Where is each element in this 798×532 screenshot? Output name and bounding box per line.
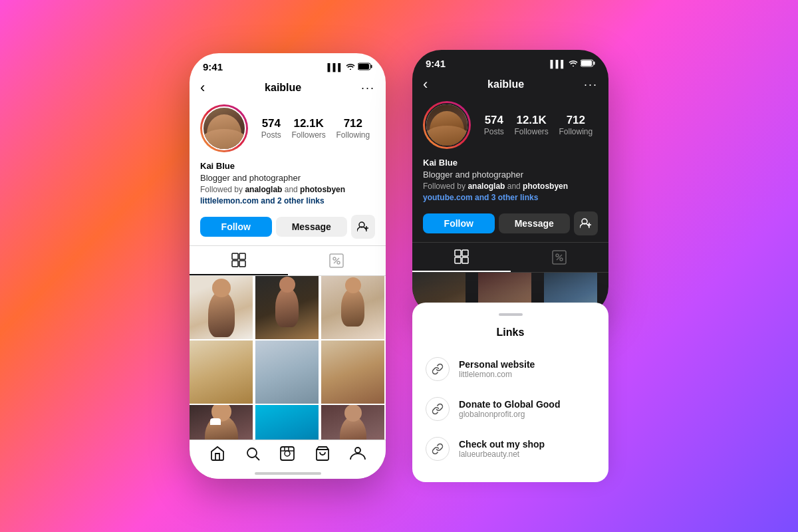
avatar-ring-left bbox=[200, 104, 248, 152]
photo-cell-6[interactable] bbox=[321, 340, 384, 404]
message-button-left[interactable]: Message bbox=[276, 217, 348, 237]
photo-cell-5[interactable] bbox=[255, 340, 319, 404]
home-nav-icon[interactable] bbox=[209, 446, 225, 466]
more-button-left[interactable]: ··· bbox=[361, 81, 375, 95]
svg-rect-2 bbox=[358, 64, 369, 69]
message-button-right[interactable]: Message bbox=[499, 213, 571, 233]
link-url-2: lalueurbeauty.net bbox=[459, 450, 545, 459]
links-sheet: Links Personal website littlelemon.com D… bbox=[412, 303, 608, 482]
bio-left: Kai Blue Blogger and photographer Follow… bbox=[190, 159, 386, 212]
link-url-0: littlelemon.com bbox=[459, 370, 535, 379]
bio-links-left[interactable]: littlelemon.com and 2 other links bbox=[200, 196, 375, 207]
svg-rect-9 bbox=[239, 261, 245, 267]
posts-stat-right: 574 Posts bbox=[484, 114, 504, 136]
svg-rect-6 bbox=[232, 253, 238, 259]
posts-count-right: 574 bbox=[484, 114, 504, 127]
photo-cell-3[interactable] bbox=[321, 276, 384, 339]
svg-rect-31 bbox=[455, 257, 461, 263]
signal-icon: ▌▌▌ bbox=[328, 63, 343, 71]
followed-by-right: Followed by analoglab and photosbyen bbox=[423, 181, 598, 192]
link-text-1: Donate to Global Good globalnonprofit.or… bbox=[459, 399, 560, 419]
status-icons-left: ▌▌▌ bbox=[328, 63, 372, 72]
svg-rect-1 bbox=[371, 65, 372, 68]
follow-button-right[interactable]: Follow bbox=[423, 213, 495, 233]
followers-count-right: 12.1K bbox=[514, 114, 548, 127]
follow-button-left[interactable]: Follow bbox=[200, 217, 272, 237]
followed-account1-left[interactable]: analoglab bbox=[245, 185, 282, 194]
svg-point-17 bbox=[285, 451, 290, 456]
photo-cell-1[interactable] bbox=[190, 276, 253, 339]
status-icons-right: ▌▌▌ bbox=[551, 59, 595, 68]
posts-label: Posts bbox=[261, 130, 281, 140]
back-button-right[interactable]: ‹ bbox=[423, 76, 428, 93]
svg-rect-24 bbox=[594, 61, 595, 65]
link-url-1: globalnonprofit.org bbox=[459, 410, 560, 419]
link-icon-0 bbox=[426, 357, 450, 381]
tab-grid-left[interactable] bbox=[190, 246, 288, 275]
profile-nav-icon[interactable] bbox=[350, 446, 366, 466]
followed-by-left: Followed by analoglab and photosbyen bbox=[200, 184, 375, 196]
status-bar-right: 9:41 ▌▌▌ bbox=[412, 50, 608, 73]
reels-nav-icon[interactable] bbox=[279, 446, 295, 466]
link-text-0: Personal website littlelemon.com bbox=[459, 359, 535, 379]
time-right: 9:41 bbox=[426, 58, 446, 69]
followers-label-right: Followers bbox=[514, 127, 548, 136]
stats-left: 574 Posts 12.1K Followers 712 Following bbox=[256, 117, 375, 140]
svg-rect-25 bbox=[581, 61, 592, 66]
tab-tagged-left[interactable] bbox=[288, 246, 386, 275]
following-stat: 712 Following bbox=[336, 117, 370, 140]
profile-desc-left: Blogger and photographer bbox=[200, 172, 375, 184]
posts-label-right: Posts bbox=[484, 127, 504, 136]
profile-header-right: 574 Posts 12.1K Followers 712 Following bbox=[412, 98, 608, 156]
top-nav-left: ‹ kaiblue ··· bbox=[190, 76, 386, 102]
link-item-0[interactable]: Personal website littlelemon.com bbox=[412, 349, 608, 389]
profile-desc-right: Blogger and photographer bbox=[423, 169, 598, 181]
link-text-2: Check out my shop lalueurbeauty.net bbox=[459, 439, 545, 459]
home-indicator-left bbox=[255, 472, 321, 475]
action-buttons-right: Follow Message bbox=[412, 209, 608, 242]
tab-grid-right[interactable] bbox=[412, 243, 511, 272]
tab-tagged-right[interactable] bbox=[511, 243, 609, 272]
followed-account2-right[interactable]: photosbyen bbox=[523, 182, 568, 191]
following-label: Following bbox=[336, 130, 370, 140]
following-count-right: 712 bbox=[559, 114, 593, 127]
wifi-icon-right bbox=[569, 60, 578, 68]
bio-links-right[interactable]: youtube.com and 3 other links bbox=[423, 192, 598, 203]
status-bar-left: 9:41 ▌▌▌ bbox=[190, 53, 386, 76]
following-count: 712 bbox=[336, 117, 370, 130]
profile-name-left: Kai Blue bbox=[200, 160, 375, 172]
svg-rect-29 bbox=[455, 250, 461, 256]
photo-cell-2[interactable] bbox=[255, 276, 319, 339]
followers-stat: 12.1K Followers bbox=[291, 117, 325, 140]
back-button-left[interactable]: ‹ bbox=[200, 79, 205, 96]
search-nav-icon[interactable] bbox=[245, 446, 261, 466]
sheet-handle bbox=[499, 313, 523, 316]
time-left: 9:41 bbox=[203, 61, 223, 72]
svg-rect-30 bbox=[462, 250, 468, 256]
link-title-2: Check out my shop bbox=[459, 439, 545, 450]
link-item-2[interactable]: Check out my shop lalueurbeauty.net bbox=[412, 429, 608, 469]
link-icon-1 bbox=[426, 397, 450, 421]
add-person-button-left[interactable] bbox=[351, 215, 375, 239]
svg-point-14 bbox=[247, 448, 257, 458]
bio-right: Kai Blue Blogger and photographer Follow… bbox=[412, 156, 608, 209]
wifi-icon bbox=[346, 63, 355, 71]
followed-account2-left[interactable]: photosbyen bbox=[300, 185, 345, 194]
tab-bar-left bbox=[190, 245, 386, 276]
svg-point-12 bbox=[337, 261, 340, 264]
svg-line-36 bbox=[557, 255, 562, 260]
profile-name-right: Kai Blue bbox=[423, 157, 598, 169]
tab-bar-right bbox=[412, 242, 608, 273]
followers-count: 12.1K bbox=[291, 117, 325, 130]
followed-account1-right[interactable]: analoglab bbox=[467, 182, 505, 191]
photo-cell-4[interactable] bbox=[190, 340, 253, 404]
link-title-1: Donate to Global Good bbox=[459, 399, 560, 410]
posts-count: 574 bbox=[261, 117, 281, 130]
signal-icon-right: ▌▌▌ bbox=[551, 60, 566, 68]
more-button-right[interactable]: ··· bbox=[584, 78, 598, 92]
username-right: kaiblue bbox=[487, 78, 524, 90]
link-item-1[interactable]: Donate to Global Good globalnonprofit.or… bbox=[412, 389, 608, 429]
stats-right: 574 Posts 12.1K Followers 712 Following bbox=[479, 114, 598, 136]
add-person-button-right[interactable] bbox=[574, 211, 598, 235]
shop-nav-icon[interactable] bbox=[315, 446, 331, 466]
